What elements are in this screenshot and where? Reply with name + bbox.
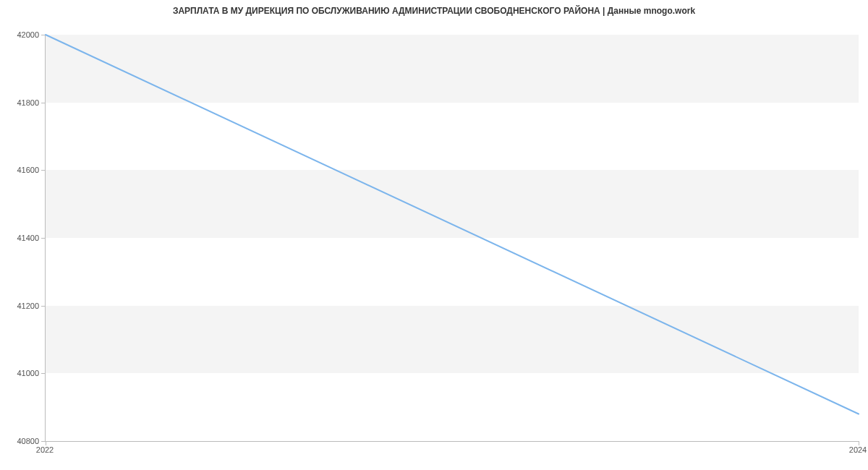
y-tick-label: 40800: [6, 437, 39, 445]
y-tick-label: 42000: [6, 30, 39, 39]
series-line: [46, 35, 859, 414]
plot-area: [45, 35, 859, 442]
chart-title: ЗАРПЛАТА В МУ ДИРЕКЦИЯ ПО ОБСЛУЖИВАНИЮ А…: [0, 6, 868, 16]
y-tick-label: 41800: [6, 98, 39, 107]
y-tick-label: 41000: [6, 369, 39, 377]
x-tick-label: 2022: [36, 445, 54, 454]
x-tick: [859, 441, 859, 445]
x-tick-label: 2024: [849, 445, 867, 454]
y-tick-label: 41400: [6, 234, 39, 242]
line-layer: [46, 35, 859, 441]
y-tick-label: 41200: [6, 302, 39, 310]
chart-container: ЗАРПЛАТА В МУ ДИРЕКЦИЯ ПО ОБСЛУЖИВАНИЮ А…: [0, 0, 868, 470]
y-tick-label: 41600: [6, 166, 39, 174]
x-tick: [46, 441, 46, 445]
